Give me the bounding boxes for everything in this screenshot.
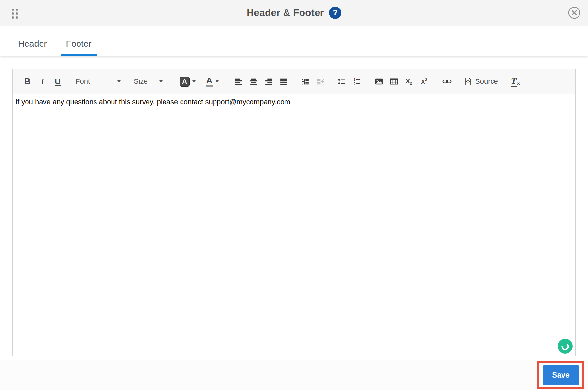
source-button-label: Source (475, 77, 498, 86)
align-right-button[interactable] (261, 74, 276, 89)
dialog-header: Header & Footer ? Header Footer (0, 0, 588, 56)
subscript-button[interactable]: x2 (402, 74, 417, 89)
tab-footer[interactable]: Footer (61, 39, 97, 56)
align-center-icon (250, 78, 258, 86)
dialog-title: Header & Footer (247, 7, 324, 18)
caret-down-icon (159, 80, 163, 82)
align-left-button[interactable] (231, 74, 246, 89)
indent-icon (301, 78, 309, 86)
source-icon (464, 77, 472, 86)
size-dropdown-label: Size (134, 77, 148, 86)
bold-icon: B (24, 77, 31, 87)
underline-button[interactable]: U (50, 74, 65, 89)
bold-button[interactable]: B (20, 74, 35, 89)
align-center-button[interactable] (246, 74, 261, 89)
help-icon[interactable]: ? (329, 7, 341, 19)
text-color-button[interactable]: A (205, 74, 220, 89)
font-dropdown[interactable]: Font (74, 74, 123, 89)
automatic-color-button[interactable]: A (179, 74, 196, 89)
save-button[interactable]: Save (543, 365, 579, 385)
image-icon (375, 77, 383, 86)
italic-icon: I (41, 77, 44, 87)
svg-text:1: 1 (353, 78, 355, 81)
insert-table-button[interactable] (387, 74, 402, 89)
close-icon (568, 6, 581, 19)
dialog-titlebar: Header & Footer ? (0, 0, 588, 26)
source-button[interactable]: Source (463, 74, 499, 89)
indent-button[interactable] (298, 74, 313, 89)
remove-format-icon: T (511, 76, 517, 87)
justify-icon (280, 78, 288, 86)
feedback-bubble-button[interactable] (558, 339, 573, 354)
remove-format-button[interactable]: T × (508, 74, 523, 89)
insert-image-button[interactable] (372, 74, 387, 89)
align-left-icon (234, 78, 243, 86)
caret-down-icon (192, 80, 196, 82)
outdent-button[interactable] (313, 74, 328, 89)
tab-header[interactable]: Header (13, 39, 52, 56)
superscript-button[interactable]: x2 (417, 74, 432, 89)
numbered-list-button[interactable]: 1 2 (349, 74, 364, 89)
editor-toolbar: B I U Font Size A A (13, 69, 575, 94)
drag-handle-icon[interactable] (12, 9, 18, 19)
bullet-list-button[interactable] (334, 74, 349, 89)
outdent-icon (316, 78, 324, 86)
caret-down-icon (117, 80, 121, 82)
title-row: Header & Footer ? (247, 7, 341, 19)
underline-icon: U (55, 77, 61, 86)
font-dropdown-label: Font (76, 77, 90, 86)
feedback-smile-icon (558, 339, 573, 354)
dialog-footer: Save (0, 360, 588, 390)
subscript-icon: x2 (406, 77, 412, 85)
italic-button[interactable]: I (35, 74, 50, 89)
dialog-body: B I U Font Size A A (0, 56, 588, 360)
size-dropdown[interactable]: Size (132, 74, 164, 89)
superscript-icon: x2 (421, 78, 427, 85)
svg-text:2: 2 (353, 81, 355, 85)
text-color-icon: A (206, 76, 213, 86)
close-button[interactable] (568, 6, 581, 19)
rich-text-editor: B I U Font Size A A (12, 69, 576, 356)
insert-link-button[interactable] (440, 74, 455, 89)
annotation-highlight-box: Save (537, 361, 584, 389)
link-icon (442, 77, 452, 86)
bullet-list-icon (338, 78, 346, 86)
automatic-color-icon: A (180, 77, 190, 87)
numbered-list-icon: 1 2 (353, 78, 361, 86)
tab-bar: Header Footer (0, 26, 588, 56)
align-right-icon (265, 78, 273, 86)
editor-content-area[interactable]: If you have any questions about this sur… (13, 94, 575, 356)
justify-button[interactable] (276, 74, 291, 89)
caret-down-icon (216, 80, 219, 82)
table-icon (390, 77, 398, 86)
